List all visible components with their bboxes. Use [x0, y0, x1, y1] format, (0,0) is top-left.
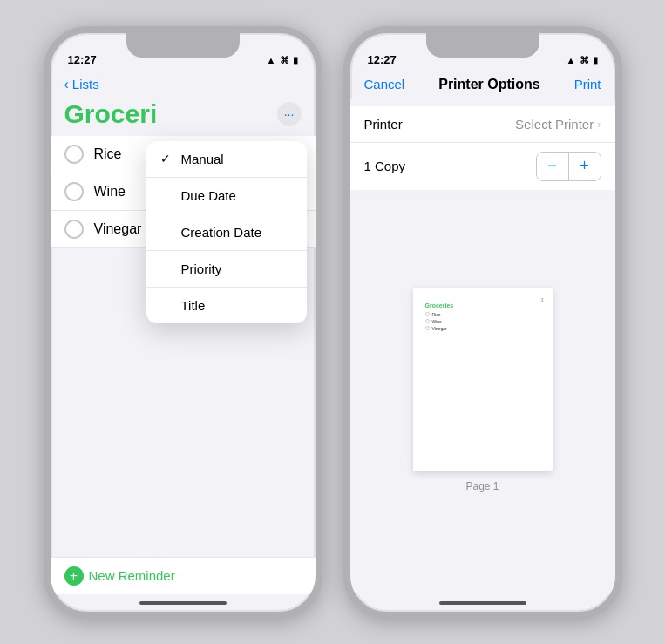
printer-value: Select Printer ›: [515, 117, 601, 132]
time-left: 12:27: [68, 53, 97, 66]
right-phone-content: Cancel Printer Options Print Printer Sel…: [350, 71, 615, 594]
home-bar-right: [439, 601, 526, 605]
home-indicator-right: [350, 594, 615, 612]
print-button[interactable]: Print: [574, 77, 601, 92]
signal-icon: ▲: [567, 55, 576, 65]
plus-icon: +: [580, 157, 589, 175]
sort-option-label: Creation Date: [181, 225, 262, 240]
chevron-right-icon: ›: [597, 118, 601, 131]
sort-dropdown-menu: ✓ Manual Due Date Creation Date Priority: [146, 141, 307, 323]
preview-circle: [425, 312, 430, 316]
sort-option-label: Manual: [181, 152, 224, 166]
left-phone-content: ‹ Lists Groceri ··· Rice Wine Vinegar: [51, 71, 316, 594]
notch-right: [426, 33, 539, 58]
checkmark-icon: ✓: [160, 152, 174, 166]
preview-item: Rice: [425, 312, 540, 317]
print-page-container: Groceries 3 Rice Wine Vinegar Page 1: [413, 288, 553, 471]
sort-option-title[interactable]: Title: [146, 288, 307, 323]
printer-label: Printer: [364, 117, 403, 132]
preview-item: Vinegar: [425, 326, 540, 331]
preview-page-count: 3: [540, 297, 543, 302]
preview-circle: [425, 326, 430, 330]
printer-options-title: Printer Options: [438, 77, 539, 92]
battery-icon: ▮: [593, 55, 598, 66]
preview-item-text: Vinegar: [432, 326, 447, 331]
sort-option-label: Priority: [181, 261, 222, 276]
page-number-label: Page 1: [465, 480, 499, 492]
wifi-icon: ⌘: [580, 55, 589, 66]
minus-icon: −: [547, 157, 557, 175]
decrease-copy-button[interactable]: −: [537, 153, 568, 180]
copy-count-row: 1 Copy − +: [350, 143, 615, 190]
print-preview-area: Groceries 3 Rice Wine Vinegar Page 1: [350, 197, 615, 594]
printer-select-row[interactable]: Printer Select Printer ›: [350, 106, 615, 143]
preview-item-text: Wine: [432, 319, 442, 324]
increase-copy-button[interactable]: +: [569, 153, 601, 180]
right-phone: 12:27 ▲ ⌘ ▮ Cancel Printer Options Print…: [343, 26, 622, 619]
time-right: 12:27: [368, 53, 397, 66]
wifi-icon: ⌘: [280, 55, 289, 66]
cancel-button[interactable]: Cancel: [364, 77, 405, 92]
preview-item: Wine: [425, 319, 540, 324]
printer-options-nav: Cancel Printer Options Print: [350, 71, 615, 99]
home-indicator-left: [51, 594, 316, 612]
sort-option-label: Due Date: [181, 188, 236, 203]
section-separator-top: [350, 99, 615, 106]
left-phone: 12:27 ▲ ⌘ ▮ ‹ Lists Groceri ··· Rice: [44, 26, 322, 619]
notch: [126, 33, 240, 58]
preview-item-text: Rice: [432, 312, 441, 317]
preview-circle: [425, 319, 430, 323]
copy-stepper: − +: [536, 152, 601, 181]
select-printer-text: Select Printer: [515, 117, 594, 132]
signal-icon: ▲: [267, 55, 276, 65]
copy-label: 1 Copy: [364, 159, 406, 173]
preview-title: Groceries: [425, 302, 540, 308]
home-bar: [139, 601, 227, 605]
sort-option-manual[interactable]: ✓ Manual: [146, 141, 307, 178]
sort-option-priority[interactable]: Priority: [146, 251, 307, 288]
section-separator-bottom: [350, 190, 615, 197]
sort-option-duedate[interactable]: Due Date: [146, 178, 307, 214]
dropdown-overlay: ✓ Manual Due Date Creation Date Priority: [51, 71, 316, 594]
printer-options-section: Printer Select Printer › 1 Copy − +: [350, 106, 615, 190]
sort-option-creationdate[interactable]: Creation Date: [146, 214, 307, 251]
battery-icon: ▮: [293, 55, 298, 66]
print-page-preview: Groceries 3 Rice Wine Vinegar Page 1: [413, 288, 553, 471]
status-icons-left: ▲ ⌘ ▮: [267, 55, 298, 66]
status-icons-right: ▲ ⌘ ▮: [567, 55, 598, 66]
sort-option-label: Title: [181, 298, 206, 313]
